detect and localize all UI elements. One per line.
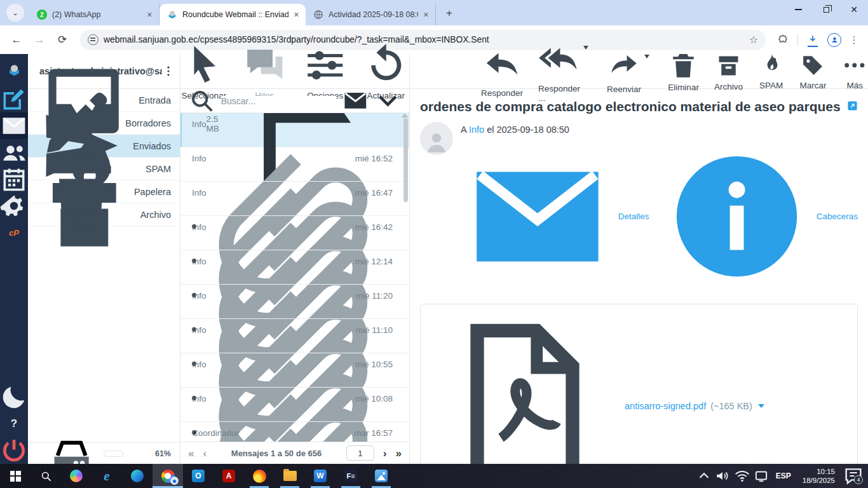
attachment-item[interactable]: antisarro-signed.pdf (~165 KB) bbox=[430, 311, 764, 464]
tab-close-icon[interactable]: ✕ bbox=[423, 11, 429, 19]
message-list-item[interactable]: Info mié 16:42 AUTORIZACION PARA CONTRAT… bbox=[180, 216, 409, 250]
message-date-size: mié 16:47 bbox=[355, 188, 393, 198]
message-date-size: mié 10:55 bbox=[355, 360, 393, 369]
recipient-link[interactable]: Info bbox=[469, 125, 484, 135]
new-tab-button[interactable]: + bbox=[441, 5, 458, 22]
tab-whatsapp[interactable]: 2 (2) WhatsApp ✕ bbox=[29, 4, 159, 25]
search-input[interactable] bbox=[221, 96, 336, 106]
reply-button[interactable]: Responder bbox=[481, 44, 523, 98]
message-list-item[interactable]: Info 2.5 MB ordenes de compra catalogo e… bbox=[180, 113, 409, 147]
outlook-icon[interactable]: O bbox=[183, 464, 214, 488]
reply-all-dropdown-caret[interactable] bbox=[583, 46, 588, 50]
message-list-item[interactable]: Info mié 10:55 APROBACIÓN DE CONTRATAR E… bbox=[180, 353, 409, 388]
tab-title: (2) WhatsApp bbox=[52, 10, 142, 19]
compose-icon[interactable] bbox=[0, 86, 28, 112]
more-button[interactable]: Más bbox=[841, 52, 868, 90]
account-menu-icon[interactable] bbox=[162, 65, 175, 78]
headers-toggle[interactable]: Cabeceras bbox=[661, 140, 858, 294]
delete-button[interactable]: Eliminar bbox=[668, 50, 699, 93]
reply-all-button[interactable]: Responder ... bbox=[538, 39, 580, 102]
archive-button[interactable]: Archivo bbox=[714, 51, 743, 92]
downloads-icon[interactable] bbox=[803, 30, 822, 50]
desktop: ⌄ 2 (2) WhatsApp ✕ Roundcube Webmail :: … bbox=[0, 0, 868, 488]
f-app-icon[interactable]: F≡ bbox=[336, 464, 366, 488]
mail-icon[interactable] bbox=[0, 112, 28, 139]
message-list-item[interactable]: Info mié 10:08 APROBACION DE CONTRATACIO… bbox=[180, 388, 409, 422]
next-page-button[interactable]: › bbox=[383, 448, 387, 459]
volume-icon[interactable] bbox=[715, 468, 731, 484]
firefox-icon[interactable] bbox=[244, 464, 275, 488]
message-sender: Info bbox=[192, 257, 355, 266]
search-scope-chevron-icon[interactable] bbox=[374, 87, 402, 114]
forward-button[interactable]: → bbox=[29, 30, 50, 50]
dark-mode-moon-icon[interactable] bbox=[0, 384, 28, 410]
tab-close-icon[interactable]: ✕ bbox=[294, 11, 299, 19]
globe-icon bbox=[313, 10, 323, 20]
page-number-input[interactable] bbox=[346, 445, 374, 461]
settings-gear-icon[interactable] bbox=[0, 193, 28, 219]
tray-chevron-up-icon[interactable] bbox=[696, 468, 712, 484]
reload-button[interactable]: ⟳ bbox=[52, 30, 72, 50]
list-scrollbar[interactable] bbox=[403, 118, 408, 202]
tray-date: 18/9/2025 bbox=[803, 476, 835, 485]
word-icon[interactable]: W bbox=[305, 464, 336, 488]
extensions-icon[interactable] bbox=[773, 30, 792, 50]
message-list-item[interactable]: Coordinador mar 16:57 bbox=[180, 422, 409, 442]
message-list-item[interactable]: Info mié 11:20 APROBACIÓN PARA LA ADQUIS… bbox=[180, 285, 409, 319]
notification-center-icon[interactable]: 4 bbox=[843, 465, 864, 487]
window-restore-button[interactable] bbox=[812, 0, 840, 19]
chrome-icon[interactable]: ☻ bbox=[153, 464, 183, 488]
file-explorer-icon[interactable] bbox=[275, 464, 305, 488]
first-page-button[interactable]: « bbox=[188, 448, 194, 459]
window-close-button[interactable]: ✕ bbox=[840, 0, 868, 19]
open-in-new-window-icon[interactable] bbox=[847, 100, 858, 114]
calendar-icon[interactable] bbox=[0, 166, 28, 193]
message-sender: Info bbox=[192, 222, 355, 232]
profile-avatar[interactable] bbox=[825, 30, 844, 50]
prev-page-button[interactable]: ‹ bbox=[203, 448, 207, 459]
internet-explorer-icon[interactable]: e bbox=[92, 464, 122, 488]
folder-item-archivo[interactable]: Archivo bbox=[28, 203, 180, 226]
last-page-button[interactable]: » bbox=[396, 448, 402, 459]
reading-pane: Responder Responder ... Reenviar Elimina… bbox=[410, 54, 868, 464]
forward-button-mail[interactable]: Reenviar bbox=[607, 48, 641, 94]
mark-button[interactable]: Marcar bbox=[799, 52, 826, 90]
wifi-icon[interactable] bbox=[734, 468, 750, 484]
attachment-dropdown-caret[interactable] bbox=[758, 404, 764, 408]
acrobat-icon[interactable]: A bbox=[214, 464, 244, 488]
pagination-bar: « ‹ Mensajes 1 a 50 de 656 › » bbox=[180, 442, 409, 464]
scrollbar-up-arrow[interactable] bbox=[402, 113, 408, 118]
browser-menu-icon[interactable]: ⋮ bbox=[846, 34, 862, 46]
site-info-icon[interactable] bbox=[88, 34, 98, 45]
tab-search-button[interactable]: ⌄ bbox=[6, 4, 24, 22]
message-list-item[interactable]: Info mié 12:14 Comunicado sobre la ADQUI… bbox=[180, 250, 409, 285]
message-list-item[interactable]: Info mié 11:10 APROBACION DE ADQUISICION… bbox=[180, 319, 409, 353]
bookmark-star-icon[interactable]: ☆ bbox=[749, 34, 758, 46]
window-minimize-button[interactable] bbox=[784, 0, 812, 19]
tab-actividad[interactable]: Actividad 2025-09-18 08:00:00 ✕ bbox=[306, 4, 436, 25]
contacts-icon[interactable] bbox=[0, 139, 28, 166]
message-list-item[interactable]: Info mié 16:52 APROBACION PARA ADQUISICI… bbox=[180, 147, 409, 182]
back-button[interactable]: ← bbox=[6, 30, 27, 50]
details-toggle[interactable]: Detalles bbox=[461, 140, 649, 294]
device-cast-icon[interactable] bbox=[753, 468, 770, 484]
search-scope-envelope-icon[interactable] bbox=[342, 87, 369, 114]
taskbar-search-icon[interactable] bbox=[31, 464, 61, 488]
windows-taskbar: e ☻ O A W F≡ ESP 10:15 18/9/2025 4 bbox=[0, 464, 868, 488]
start-button[interactable] bbox=[0, 464, 31, 488]
photos-icon[interactable] bbox=[366, 464, 397, 488]
browser-toolbar: ← → ⟳ webmail.sanjuan.gob.ec/cpsess48959… bbox=[0, 25, 868, 54]
forward-dropdown-caret[interactable] bbox=[644, 55, 649, 58]
language-indicator[interactable]: ESP bbox=[772, 471, 795, 480]
edge-icon[interactable] bbox=[122, 464, 153, 488]
cpanel-icon[interactable]: cP bbox=[0, 219, 28, 246]
attachment-name[interactable]: antisarro-signed.pdf bbox=[625, 401, 706, 411]
tab-roundcube[interactable]: Roundcube Webmail :: Enviados ✕ bbox=[159, 4, 306, 25]
spam-button[interactable]: SPAM bbox=[758, 52, 785, 90]
help-icon[interactable]: ? bbox=[0, 410, 28, 437]
copilot-icon[interactable] bbox=[61, 464, 92, 488]
logout-power-icon[interactable] bbox=[0, 437, 28, 464]
message-list-item[interactable]: Info mié 16:47 APROBACION PARA CONTRATAR… bbox=[180, 182, 409, 216]
tab-close-icon[interactable]: ✕ bbox=[147, 11, 153, 19]
clock[interactable]: 10:15 18/9/2025 bbox=[797, 467, 840, 485]
